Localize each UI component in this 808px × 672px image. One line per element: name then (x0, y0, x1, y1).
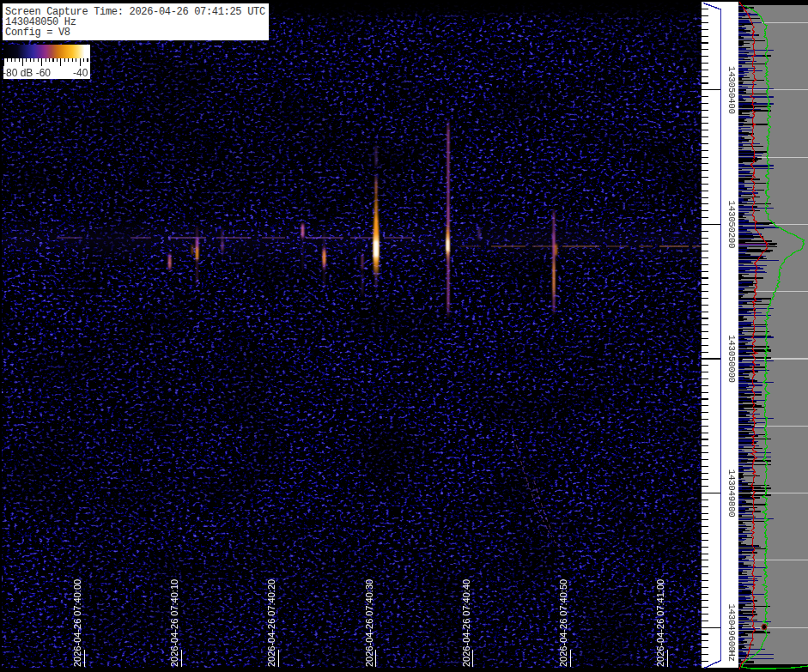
svg-text:2026-04-26 07:40:20: 2026-04-26 07:40:20 (266, 579, 276, 667)
svg-text:143049800: 143049800 (726, 469, 737, 518)
svg-text:2026-04-26 07:41:00: 2026-04-26 07:41:00 (655, 579, 665, 667)
svg-text:-40: -40 (73, 67, 88, 79)
svg-text:143050200: 143050200 (726, 201, 737, 249)
svg-text:143049600: 143049600 (726, 603, 737, 651)
svg-text:143050400: 143050400 (726, 66, 737, 114)
svg-text:2026-04-26 07:40:50: 2026-04-26 07:40:50 (558, 579, 568, 667)
svg-text:2026-04-26 07:40:40: 2026-04-26 07:40:40 (461, 579, 471, 667)
svg-text:2026-04-26 07:40:10: 2026-04-26 07:40:10 (169, 579, 179, 667)
svg-text:Config = V8: Config = V8 (5, 27, 70, 39)
svg-text:143050000: 143050000 (726, 335, 737, 383)
svg-text:Hz: Hz (726, 651, 737, 661)
svg-text:2026-04-26 07:40:30: 2026-04-26 07:40:30 (364, 579, 374, 667)
svg-text:2026-04-26 07:40:00: 2026-04-26 07:40:00 (72, 579, 82, 667)
svg-text:-80 dB -60: -80 dB -60 (3, 67, 51, 79)
